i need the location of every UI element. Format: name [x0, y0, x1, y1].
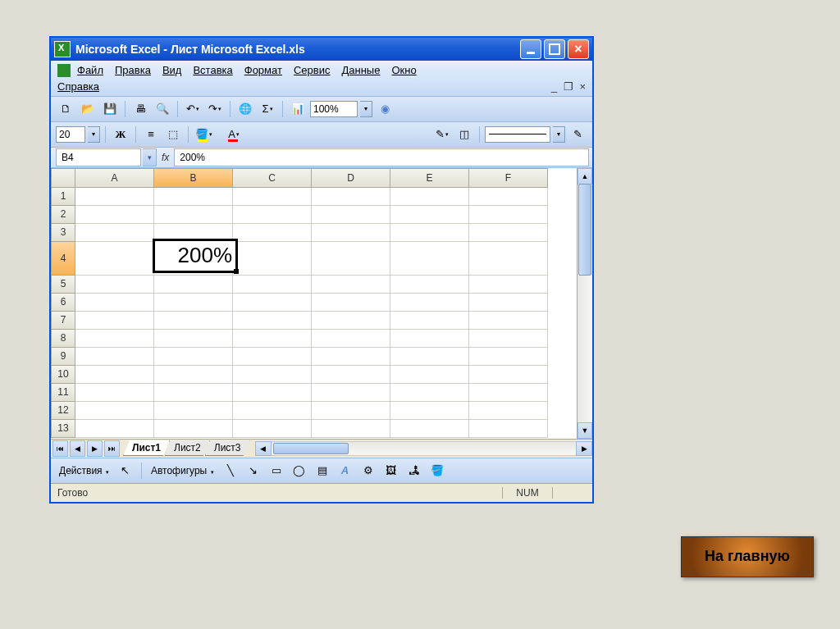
active-cell[interactable]: 200% — [153, 239, 238, 273]
textbox-icon[interactable]: ▤ — [313, 461, 332, 481]
row-header[interactable]: 7 — [51, 312, 75, 330]
scroll-thumb[interactable] — [578, 184, 591, 276]
new-icon[interactable]: 🗋 — [56, 99, 75, 119]
menu-help[interactable]: Справка — [57, 80, 99, 93]
eraser-icon[interactable]: ◫ — [454, 125, 474, 144]
undo-icon[interactable]: ↶▾ — [183, 99, 203, 119]
scroll-thumb[interactable] — [273, 443, 349, 454]
rectangle-icon[interactable]: ▭ — [267, 461, 286, 481]
row-header[interactable]: 5 — [51, 276, 75, 294]
home-button[interactable]: На главную — [681, 536, 814, 577]
sheet-tab[interactable]: Лист2 — [165, 440, 210, 456]
row-header[interactable]: 4 — [51, 242, 75, 276]
col-header[interactable]: D — [312, 168, 390, 188]
fx-button[interactable]: fx — [162, 152, 169, 163]
row-header[interactable]: 2 — [51, 206, 75, 224]
row-header[interactable]: 11 — [51, 384, 75, 402]
row-header[interactable]: 13 — [51, 420, 75, 438]
print-icon[interactable]: 🖶 — [130, 99, 150, 119]
menu-view[interactable]: Вид — [162, 64, 182, 76]
standard-toolbar: 🗋 📂 💾 🖶 🔍 ↶▾ ↷▾ 🌐 Σ▾ 📊 100% ▾ ◉ — [51, 97, 592, 122]
menu-edit[interactable]: Правка — [115, 64, 151, 76]
autosum-icon[interactable]: Σ▾ — [258, 99, 277, 119]
line-style[interactable] — [485, 126, 550, 143]
redo-icon[interactable]: ↷▾ — [205, 99, 225, 119]
minimize-button[interactable] — [520, 39, 541, 59]
tab-first-icon[interactable]: ⏮ — [52, 440, 68, 457]
close-button[interactable]: × — [568, 39, 589, 59]
formula-value[interactable]: 200% — [174, 148, 589, 166]
mdi-close[interactable]: × — [579, 80, 586, 93]
fill-color-icon[interactable]: 🪣▾ — [194, 125, 221, 144]
window-title: Microsoft Excel - Лист Microsoft Excel.x… — [75, 43, 520, 56]
row-header[interactable]: 1 — [51, 188, 75, 206]
menu-file[interactable]: Файл — [77, 64, 103, 76]
menu-insert[interactable]: Вставка — [193, 64, 232, 76]
home-label: На главную — [705, 548, 790, 565]
row-header[interactable]: 12 — [51, 402, 75, 420]
preview-icon[interactable]: 🔍 — [153, 99, 172, 119]
col-header[interactable]: F — [469, 168, 548, 188]
col-header[interactable]: B — [154, 168, 233, 188]
mdi-restore[interactable]: ❐ — [560, 80, 576, 93]
sheet-tab[interactable]: Лист1 — [123, 440, 170, 456]
sheet-tab[interactable]: Лист3 — [205, 440, 250, 456]
row-header[interactable]: 9 — [51, 348, 75, 366]
menu-window[interactable]: Окно — [391, 64, 416, 76]
arrow-icon[interactable]: ↘ — [244, 461, 263, 481]
draw-icon[interactable]: ✎▾ — [432, 125, 452, 144]
linestyle-dropdown[interactable]: ▾ — [553, 126, 565, 143]
open-icon[interactable]: 📂 — [78, 99, 98, 119]
help-icon[interactable]: ◉ — [375, 99, 395, 119]
hyperlink-icon[interactable]: 🌐 — [235, 99, 255, 119]
name-dropdown[interactable]: ▾ — [143, 148, 157, 166]
select-all-corner[interactable] — [51, 168, 75, 188]
zoom-field[interactable]: 100% — [310, 101, 358, 117]
actions-menu[interactable]: Действия ▾ — [56, 463, 112, 478]
col-header[interactable]: A — [75, 168, 154, 188]
bold-button[interactable]: Ж — [111, 125, 130, 144]
chart-icon[interactable]: 📊 — [288, 99, 308, 119]
horizontal-scrollbar[interactable]: ◀ ▶ — [255, 441, 592, 456]
status-num: NUM — [502, 487, 553, 499]
tab-last-icon[interactable]: ⏭ — [104, 440, 120, 457]
row-header[interactable]: 3 — [51, 224, 75, 242]
tab-next-icon[interactable]: ▶ — [87, 440, 103, 457]
picture-icon[interactable]: 🏞 — [404, 461, 424, 481]
col-header[interactable]: C — [233, 168, 312, 188]
fontsize-dropdown[interactable]: ▾ — [88, 126, 100, 143]
cells[interactable]: 200% — [75, 188, 577, 438]
autoshapes-menu[interactable]: Автофигуры ▾ — [148, 463, 217, 478]
menu-format[interactable]: Формат — [244, 64, 282, 76]
font-color-icon[interactable]: A▾ — [224, 125, 252, 144]
col-header[interactable]: E — [390, 168, 469, 188]
tab-prev-icon[interactable]: ◀ — [70, 440, 85, 457]
diagram-icon[interactable]: ⚙ — [358, 461, 378, 481]
maximize-button[interactable] — [544, 39, 565, 59]
save-icon[interactable]: 💾 — [100, 99, 120, 119]
vertical-scrollbar[interactable]: ▲ ▼ — [577, 168, 592, 439]
align-left-icon[interactable]: ≡ — [141, 125, 161, 144]
mdi-minimize[interactable]: _ — [551, 80, 557, 93]
wordart-icon[interactable]: A — [336, 461, 355, 481]
merge-icon[interactable]: ⬚ — [163, 125, 183, 144]
scroll-left-icon[interactable]: ◀ — [255, 441, 272, 456]
pointer-icon[interactable]: ↖ — [116, 461, 135, 481]
clipart-icon[interactable]: 🖼 — [381, 461, 401, 481]
line-icon[interactable]: ╲ — [221, 461, 240, 481]
row-header[interactable]: 10 — [51, 366, 75, 384]
fontsize-field[interactable]: 20 — [56, 126, 85, 143]
fill-icon[interactable]: 🪣 — [427, 461, 447, 481]
oval-icon[interactable]: ◯ — [290, 461, 309, 481]
row-header[interactable]: 8 — [51, 330, 75, 348]
menu-data[interactable]: Данные — [341, 64, 380, 76]
name-box[interactable]: B4 — [56, 148, 141, 166]
border-color-icon[interactable]: ✎ — [568, 125, 587, 144]
title-bar[interactable]: Microsoft Excel - Лист Microsoft Excel.x… — [51, 38, 592, 61]
menu-tools[interactable]: Сервис — [294, 64, 331, 76]
scroll-right-icon[interactable]: ▶ — [576, 441, 592, 456]
row-header[interactable]: 6 — [51, 294, 75, 312]
scroll-down-icon[interactable]: ▼ — [578, 422, 592, 439]
scroll-up-icon[interactable]: ▲ — [578, 168, 592, 185]
zoom-dropdown[interactable]: ▾ — [360, 101, 372, 117]
